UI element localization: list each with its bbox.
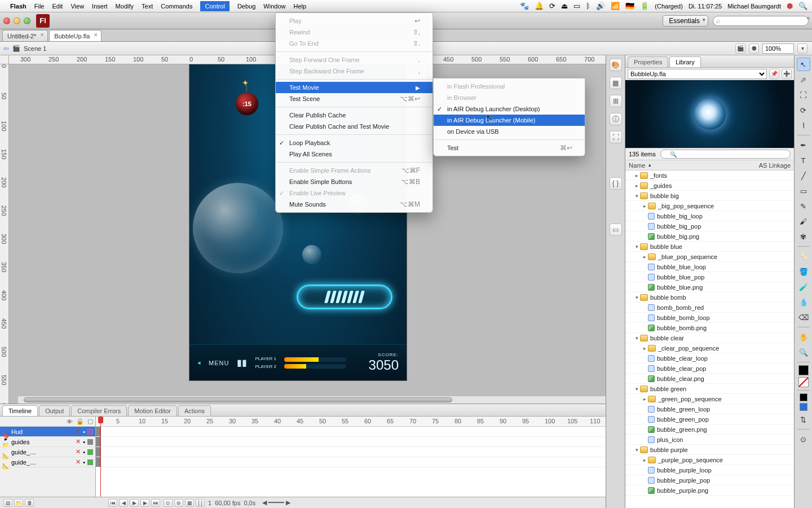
library-item[interactable]: ▾bubble big [625,191,794,201]
test-movie-submenu[interactable]: in Flash Professionalin Browser✓in AIR D… [433,78,585,156]
menu-insert[interactable]: Insert [92,3,108,10]
hand-tool-icon[interactable]: ✋ [797,330,810,344]
onion-outline-icon[interactable]: ⊚ [174,499,183,507]
edit-multi-icon[interactable]: ▦ [185,499,194,507]
pin-library-icon[interactable]: 📌 [769,69,779,79]
frame-row[interactable] [96,457,606,467]
library-item[interactable]: ▾bubble green [625,384,794,394]
eraser-tool-icon[interactable]: ⌫ [797,310,810,324]
close-window[interactable] [3,17,10,24]
layer-row[interactable]: 📐guide_…✕• [0,457,95,467]
menu-item[interactable]: Test Scene⌥⌘↩ [276,93,433,104]
library-item[interactable]: bubble_purple_pop [625,475,794,485]
zoom-tool-icon[interactable]: 🔍 [797,345,810,359]
ink-bottle-tool-icon[interactable]: 🧪 [797,280,810,294]
menu-view[interactable]: View [70,3,84,10]
eject-icon[interactable]: ⏏ [561,2,568,10]
color-black[interactable] [800,393,807,401]
library-item[interactable]: ▸_purple_pop_sequence [625,455,794,465]
library-item[interactable]: ▾bubble clear [625,333,794,343]
close-tab-icon[interactable]: ✕ [94,32,98,38]
battery-icon[interactable]: 🔋 [640,2,649,10]
new-folder-icon[interactable]: 📁 [14,499,23,507]
library-item[interactable]: bubble_blue.png [625,282,794,292]
menu-control[interactable]: Control [200,1,229,11]
selection-tool-icon[interactable]: ↖ [797,58,810,71]
rectangle-tool-icon[interactable]: ▭ [797,184,810,198]
new-library-icon[interactable]: ➕ [782,69,792,79]
library-item[interactable]: bubble_blue_loop [625,262,794,272]
submenu-item[interactable]: on Device via USB [434,126,585,137]
scene-label[interactable]: Scene 1 [24,45,46,52]
close-tab-icon[interactable]: ✕ [40,32,45,38]
menu-item[interactable]: Enable Simple Buttons⌥⌘B [276,176,433,187]
zoom-menu-icon[interactable]: ▾ [797,43,807,54]
deco-tool-icon[interactable]: ✾ [797,230,810,243]
library-item[interactable]: ▾bubble blue [625,242,794,252]
library-item[interactable]: bubble_purple_loop [625,465,794,475]
library-item[interactable]: bubble_big_loop [625,211,794,221]
col-name[interactable]: Name [629,162,645,169]
dock-swatches-icon[interactable]: ▦ [610,77,622,89]
dock-transform-icon[interactable]: ⛶ [610,131,622,143]
playhead[interactable] [100,417,101,497]
first-frame-icon[interactable]: ⏮ [108,499,117,507]
layer-row[interactable]: 🔖Hud✕• [0,427,95,437]
library-item[interactable]: bubble_clear_pop [625,364,794,374]
library-item[interactable]: bubble_blue_pop [625,272,794,282]
menu-commands[interactable]: Commands [161,3,192,10]
library-item[interactable]: bubble_clear.png [625,374,794,384]
timeline-tab[interactable]: Compiler Errors [71,405,127,416]
library-item[interactable]: ▸_green_pop_sequence [625,394,794,404]
library-item[interactable]: ▸_big_pop_sequence [625,201,794,211]
zoom-window[interactable] [24,17,30,24]
submenu-item[interactable]: Test⌘↩ [434,142,585,154]
library-item[interactable]: ▾bubble purple [625,445,794,455]
library-doc-select[interactable]: BubbleUp.fla [628,69,767,79]
library-item[interactable]: plus_icon [625,435,794,445]
back-arrow-icon[interactable]: ⇦ [3,45,9,52]
frame-row[interactable] [96,447,606,457]
dock-code-icon[interactable]: { } [610,177,622,190]
menu-item[interactable]: Clear Publish Cache and Test Movie [276,121,433,132]
snap-icon[interactable]: ⊙ [797,432,810,446]
menu-modify[interactable]: Modify [116,3,134,10]
library-search[interactable] [660,150,791,159]
timeline-hscrollbar[interactable]: ◀ ━━━━ ▶ [262,499,290,506]
shield-icon[interactable]: ⬢ [787,2,793,10]
paw-icon[interactable]: 🐾 [520,2,529,10]
library-item[interactable]: bubble_purple.png [625,485,794,496]
visibility-icon[interactable]: 👁 [67,418,73,425]
library-list[interactable]: ▸_fonts▸_guides▾bubble big▸_big_pop_sequ… [625,170,794,508]
library-item[interactable]: ▸_blue_pop_sequence [625,252,794,262]
minimize-window[interactable] [14,17,20,24]
delete-layer-icon[interactable]: 🗑 [25,499,34,507]
timeline-tab[interactable]: Timeline [2,405,38,416]
doc-tab[interactable]: BubbleUp.fla✕ [49,30,102,41]
outline-icon[interactable]: ▢ [87,418,93,425]
library-item[interactable]: ▸_guides [625,181,794,191]
edit-scene-icon[interactable]: 🎬 [735,43,745,54]
menubar-app[interactable]: Flash [10,3,27,10]
library-item[interactable]: bubble_green_loop [625,404,794,414]
doc-tab[interactable]: Untitled-2*✕ [2,30,48,41]
onion-skin-icon[interactable]: ⊙ [164,499,173,507]
menu-item[interactable]: ✓Loop Playback [276,137,433,148]
lasso-tool-icon[interactable]: ⌇ [797,119,810,132]
frame-ruler[interactable]: 5101520253035404550556065707580859095100… [96,417,606,427]
sync-icon[interactable]: ⟳ [549,2,555,10]
layer-row[interactable]: 📐guide_…✕• [0,447,95,457]
menu-item[interactable]: Test Movie▶ [276,82,433,93]
dock-color-icon[interactable]: 🎨 [610,59,622,71]
text-tool-icon[interactable]: T [797,154,810,167]
menu-edit[interactable]: Edit [52,3,63,10]
library-item[interactable]: bomb_bomb_red [625,303,794,313]
dock-align-icon[interactable]: ⊞ [610,95,622,107]
tab-library[interactable]: Library [669,56,701,67]
library-item[interactable]: bubble_big_pop [625,221,794,231]
play-icon[interactable]: ▶ [130,499,139,507]
library-item[interactable]: bubble_green.png [625,424,794,435]
bluetooth-icon[interactable]: ᛒ [586,2,590,10]
menu-window[interactable]: Window [263,3,285,10]
frames-area[interactable]: 5101520253035404550556065707580859095100… [96,417,606,497]
